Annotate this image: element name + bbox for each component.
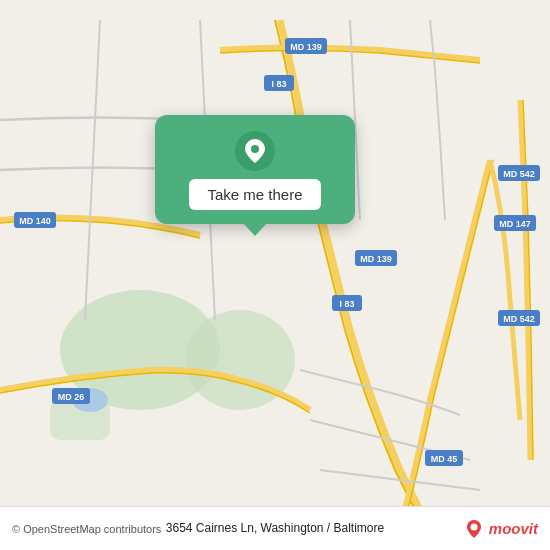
- copyright-text: © OpenStreetMap contributors: [12, 523, 161, 535]
- svg-point-26: [251, 145, 259, 153]
- map-container: MD 139 I 83 I 83 MD 139 MD 140 MD 26 MD …: [0, 0, 550, 550]
- moovit-brand-text: moovit: [489, 520, 538, 537]
- take-me-there-button[interactable]: Take me there: [189, 179, 320, 210]
- svg-text:MD 139: MD 139: [360, 254, 392, 264]
- osm-copyright: © OpenStreetMap contributors: [12, 523, 161, 535]
- svg-text:MD 140: MD 140: [19, 216, 51, 226]
- svg-point-27: [470, 523, 477, 530]
- svg-text:MD 45: MD 45: [431, 454, 458, 464]
- svg-text:I 83: I 83: [339, 299, 354, 309]
- location-pin-icon: [235, 131, 275, 171]
- svg-text:MD 542: MD 542: [503, 314, 535, 324]
- svg-rect-0: [0, 20, 550, 530]
- map-roads: MD 139 I 83 I 83 MD 139 MD 140 MD 26 MD …: [0, 0, 550, 550]
- location-card: Take me there: [155, 115, 355, 224]
- svg-text:MD 147: MD 147: [499, 219, 531, 229]
- svg-text:MD 542: MD 542: [503, 169, 535, 179]
- bottom-bar: © OpenStreetMap contributors moovit: [0, 506, 550, 550]
- moovit-pin-icon: [463, 518, 485, 540]
- svg-text:I 83: I 83: [271, 79, 286, 89]
- moovit-logo: moovit: [463, 518, 538, 540]
- svg-text:MD 26: MD 26: [58, 392, 85, 402]
- svg-text:MD 139: MD 139: [290, 42, 322, 52]
